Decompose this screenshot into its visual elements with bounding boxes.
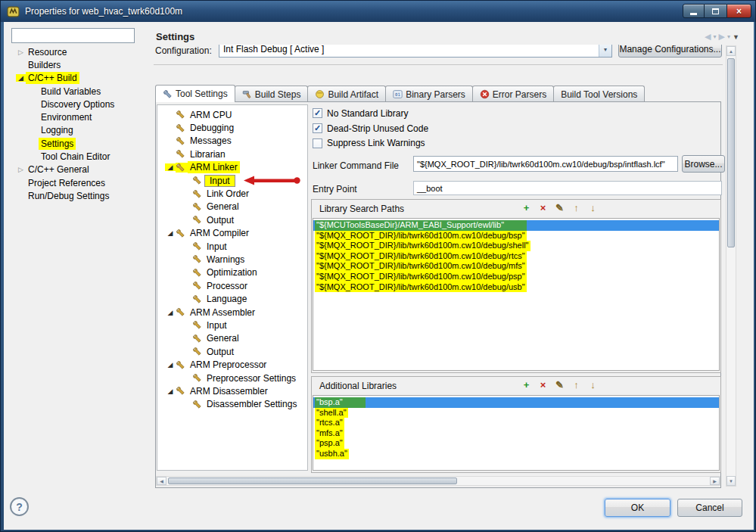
sidebar-item-build-variables[interactable]: Build Variables — [8, 85, 146, 98]
scroll-up-icon[interactable]: ▲ — [726, 46, 736, 56]
move-down-icon[interactable]: ↓ — [587, 202, 599, 214]
tool-tree-item-input[interactable]: Input — [157, 240, 307, 253]
sidebar-item-environment[interactable]: Environment — [8, 110, 146, 123]
tab-error-parsers[interactable]: Error Parsers — [472, 86, 554, 102]
scroll-left-icon[interactable]: ◀ — [157, 477, 166, 485]
sidebar-item-run-debug-settings[interactable]: Run/Debug Settings — [8, 189, 146, 202]
tool-tree-item-arm-preprocessor[interactable]: ◢ARM Preprocessor — [157, 358, 307, 371]
scroll-down-icon[interactable]: ▼ — [726, 476, 736, 486]
move-down-icon[interactable]: ↓ — [587, 379, 599, 391]
maximize-button[interactable] — [705, 4, 726, 18]
tool-tree-item-output[interactable]: Output — [157, 213, 307, 226]
sidebar-item-resource[interactable]: ▷Resource — [8, 45, 146, 58]
list-item[interactable]: "${MQX_ROOT_DIR}/lib/twrk60d100m.cw10/de… — [313, 241, 719, 251]
entry-point-input[interactable]: __boot — [413, 181, 722, 195]
help-button[interactable]: ? — [10, 497, 29, 516]
sidebar-item-settings[interactable]: Settings — [8, 137, 146, 150]
tree-expanded-arrow-icon[interactable]: ◢ — [165, 163, 176, 171]
tool-tree-item-messages[interactable]: Messages — [157, 135, 307, 148]
list-item[interactable]: "${MQX_ROOT_DIR}/lib/twrk60d100m.cw10/de… — [313, 282, 719, 293]
tab-binary-parsers[interactable]: 01Binary Parsers — [385, 86, 473, 102]
ok-button[interactable]: OK — [605, 499, 670, 517]
additional-libraries-list[interactable]: "bsp.a""shell.a""rtcs.a""mfs.a""psp.a""u… — [313, 395, 720, 471]
list-item[interactable]: "${MQX_ROOT_DIR}/lib/twrk60d100m.cw10/de… — [313, 231, 719, 241]
list-item[interactable]: "${MQX_ROOT_DIR}/lib/twrk60d100m.cw10/de… — [313, 272, 719, 282]
list-item[interactable]: "shell.a" — [313, 408, 719, 418]
manage-configurations-button[interactable]: Manage Configurations... — [618, 45, 722, 58]
add-icon[interactable]: + — [521, 379, 532, 391]
sidebar-item-c-c-build[interactable]: ◢C/C++ Build — [8, 72, 146, 85]
tool-tree-item-processor[interactable]: Processor — [157, 279, 307, 292]
tool-tree-item-general[interactable]: General — [157, 332, 307, 345]
tree-collapsed-arrow-icon[interactable]: ▷ — [16, 48, 26, 56]
sidebar-item-project-references[interactable]: Project References — [8, 176, 146, 189]
tree-expanded-arrow-icon[interactable]: ◢ — [165, 361, 176, 369]
tree-expanded-arrow-icon[interactable]: ◢ — [16, 74, 26, 82]
close-button[interactable]: × — [726, 4, 751, 18]
tool-tree-item-general[interactable]: General — [157, 201, 307, 213]
tool-tree-item-arm-linker[interactable]: ◢ARM Linker — [157, 161, 307, 174]
tool-tree-item-input[interactable]: Input — [157, 319, 307, 331]
tree-expanded-arrow-icon[interactable]: ◢ — [165, 387, 176, 395]
library-search-paths-list[interactable]: "${MCUToolsBaseDir}/ARM_EABI_Support/ewl… — [313, 218, 720, 371]
tool-tree-item-optimization[interactable]: Optimization — [157, 266, 307, 279]
list-item[interactable]: "${MQX_ROOT_DIR}/lib/twrk60d100m.cw10/de… — [313, 251, 719, 262]
list-item[interactable]: "${MCUToolsBaseDir}/ARM_EABI_Support/ewl… — [313, 220, 719, 231]
minimize-button[interactable] — [683, 4, 705, 18]
view-menu-icon[interactable]: ▼ — [733, 33, 739, 41]
tool-tree-item-language[interactable]: Language — [157, 292, 307, 305]
horizontal-scrollbar[interactable]: ◀ ▶ — [156, 476, 720, 486]
sidebar-item-c-c-general[interactable]: ▷C/C++ General — [8, 163, 146, 176]
tab-build-steps[interactable]: Build Steps — [235, 86, 309, 102]
list-item[interactable]: "${MQX_ROOT_DIR}/lib/twrk60d100m.cw10/de… — [313, 261, 719, 272]
sidebar-item-discovery-options[interactable]: Discovery Options — [8, 98, 146, 110]
tool-tree-item-disassembler-settings[interactable]: Disassembler Settings — [157, 398, 307, 411]
delete-icon[interactable]: × — [537, 202, 549, 214]
list-item[interactable]: "usbh.a" — [313, 449, 719, 459]
checkbox-unchecked-icon[interactable] — [313, 138, 322, 148]
tool-tree-item-input[interactable]: Input — [157, 174, 307, 187]
tab-build-artifact[interactable]: Build Artifact — [307, 86, 386, 102]
tab-tool-settings[interactable]: Tool Settings — [155, 85, 235, 102]
sidebar-item-builders[interactable]: Builders — [8, 58, 146, 71]
delete-icon[interactable]: × — [537, 379, 549, 391]
checkbox-dead-strip-unused-code[interactable]: ✓Dead-Strip Unused Code — [313, 121, 428, 136]
edit-icon[interactable]: ✎ — [554, 379, 565, 391]
add-icon[interactable]: + — [521, 202, 532, 214]
move-up-icon[interactable]: ↑ — [571, 379, 582, 391]
edit-icon[interactable]: ✎ — [554, 202, 565, 214]
list-item[interactable]: "rtcs.a" — [313, 418, 719, 428]
tool-tree-item-preprocessor-settings[interactable]: Preprocessor Settings — [157, 372, 307, 384]
linker-command-file-input[interactable]: "${MQX_ROOT_DIR}/lib/twrk60d100m.cw10/de… — [413, 156, 678, 172]
filter-input[interactable] — [11, 28, 135, 43]
tool-tree-item-warnings[interactable]: Warnings — [157, 253, 307, 266]
back-dropdown-icon[interactable]: ▾ — [713, 33, 716, 40]
checkbox-suppress-link-warnings[interactable]: Suppress Link Warnings — [313, 135, 428, 151]
tool-tree-item-arm-compiler[interactable]: ◢ARM Compiler — [157, 227, 307, 240]
browse-button[interactable]: Browse... — [682, 155, 725, 173]
tool-tree-item-arm-cpu[interactable]: ARM CPU — [157, 108, 307, 121]
sidebar-item-tool-chain-editor[interactable]: Tool Chain Editor — [8, 150, 146, 163]
checkbox-checked-icon[interactable]: ✓ — [313, 123, 322, 133]
configuration-select[interactable]: Int Flash Debug [ Active ] ▾ — [219, 45, 612, 58]
tool-tree-item-librarian[interactable]: Librarian — [157, 148, 307, 160]
tool-tree-item-link-order[interactable]: Link Order — [157, 187, 307, 200]
move-up-icon[interactable]: ↑ — [571, 202, 582, 214]
tool-tree-item-output[interactable]: Output — [157, 345, 307, 358]
scroll-right-icon[interactable]: ▶ — [710, 477, 720, 485]
back-icon[interactable]: ◀ — [705, 32, 711, 42]
vertical-scrollbar[interactable]: ▲ ▼ — [726, 45, 736, 487]
cancel-button[interactable]: Cancel — [677, 499, 742, 517]
tool-tree-item-debugging[interactable]: Debugging — [157, 121, 307, 134]
title-bar[interactable]: Properties for web_hvac_twrk60d100m × — [1, 1, 756, 22]
checkbox-checked-icon[interactable]: ✓ — [313, 108, 322, 118]
forward-dropdown-icon[interactable]: ▾ — [727, 33, 730, 40]
vertical-scrollbar-thumb[interactable] — [727, 58, 735, 247]
tool-tree-item-arm-disassembler[interactable]: ◢ARM Disassembler — [157, 384, 307, 397]
horizontal-scrollbar-thumb[interactable] — [168, 478, 457, 484]
checkbox-no-standard-library[interactable]: ✓No Standard Library — [313, 106, 428, 121]
list-item[interactable]: "mfs.a" — [313, 428, 719, 439]
tool-tree-item-arm-assembler[interactable]: ◢ARM Assembler — [157, 306, 307, 319]
tab-build-tool-versions[interactable]: Build Tool Versions — [553, 86, 645, 102]
tree-expanded-arrow-icon[interactable]: ◢ — [165, 309, 176, 316]
